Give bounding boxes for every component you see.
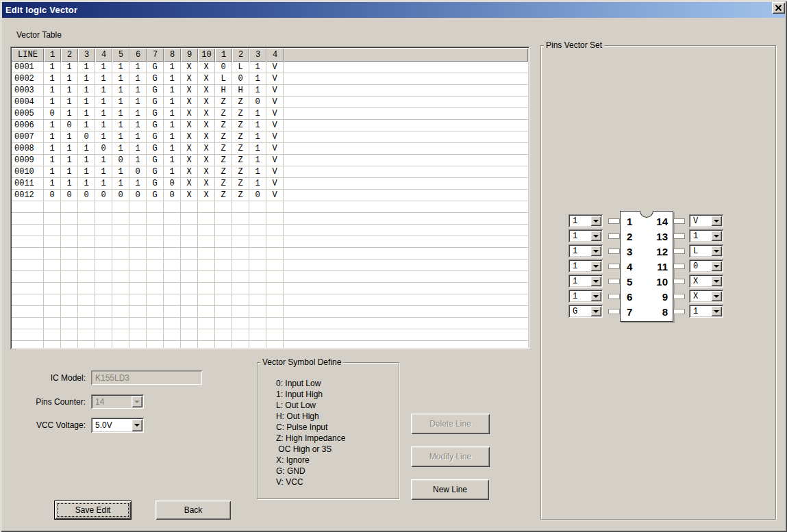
chevron-down-icon[interactable] — [132, 419, 142, 431]
pin-1-select[interactable]: 1 — [569, 214, 603, 227]
back-button[interactable]: Back — [155, 501, 231, 520]
vector-value-cell: G — [147, 190, 164, 201]
vector-value-cell — [232, 259, 249, 271]
line-number-cell: 0008 — [12, 143, 44, 155]
line-number-cell — [12, 213, 44, 225]
pin-10-select[interactable]: X — [689, 275, 723, 288]
table-row[interactable]: 0003111111G1XXHH1V — [12, 85, 528, 97]
table-row[interactable]: 0005011111G1XXZZ1V — [12, 108, 528, 120]
chevron-down-icon[interactable] — [711, 261, 722, 271]
vector-value-cell — [112, 271, 129, 283]
pins-counter-label: Pins Counter: — [21, 397, 86, 407]
chevron-down-icon[interactable] — [711, 216, 722, 226]
vcc-voltage-label: VCC Voltage: — [21, 420, 86, 430]
chevron-down-icon[interactable] — [711, 291, 722, 301]
pin-4-select[interactable]: 1 — [569, 259, 603, 273]
pin-number: 12 — [647, 245, 668, 259]
vector-value-cell: 0 — [129, 190, 147, 201]
vector-table-label: Vector Table — [16, 30, 62, 40]
pin-14-select[interactable]: V — [689, 214, 723, 227]
pin-12-select[interactable]: L — [689, 244, 723, 257]
vector-value-cell — [61, 306, 78, 318]
chevron-down-icon[interactable] — [590, 306, 601, 316]
modify-line-button: Modify Line — [411, 446, 490, 467]
vector-value-cell — [78, 236, 95, 248]
vector-value-cell — [78, 248, 95, 259]
vector-value-cell: X — [181, 62, 198, 73]
table-row[interactable]: 0010111110G1XXZZ1V — [12, 166, 528, 178]
table-row[interactable]: 0002111111G1XXL01V — [12, 73, 528, 85]
table-row[interactable]: 0001111111G1XX0L1V — [12, 62, 528, 73]
pin-3-select[interactable]: 1 — [569, 244, 603, 257]
filler-cell — [284, 190, 528, 201]
pin-number: 13 — [647, 230, 668, 244]
save-edit-button[interactable]: Save Edit — [54, 501, 132, 520]
pin-9-select[interactable]: X — [689, 290, 723, 303]
empty-table-row — [12, 201, 528, 213]
vector-value-cell — [232, 225, 249, 236]
table-row[interactable]: 0012000000G0XXZZ0V — [12, 190, 528, 201]
vector-value-cell — [95, 329, 112, 341]
vcc-voltage-select[interactable]: 5.0V — [91, 418, 144, 433]
symbol-define-line: L: Out Low — [276, 400, 399, 411]
chevron-down-icon[interactable] — [590, 216, 601, 226]
pin-2-select[interactable]: 1 — [569, 229, 603, 242]
column-header-5: 5 — [112, 48, 129, 62]
vector-value-cell — [266, 283, 284, 294]
vector-value-cell — [112, 248, 129, 259]
close-button[interactable] — [772, 2, 785, 14]
pin-vector-value: V — [693, 216, 698, 226]
table-row[interactable]: 0007110111G1XXZZ1V — [12, 131, 528, 143]
vector-value-cell: V — [266, 108, 284, 120]
line-number-cell — [12, 283, 44, 294]
vector-value-cell: L — [215, 73, 232, 85]
pin-7-select[interactable]: G — [569, 305, 603, 318]
vector-value-cell: Z — [232, 143, 249, 155]
vector-value-cell — [232, 294, 249, 306]
pin-6-select[interactable]: 1 — [569, 290, 603, 303]
symbol-define-line: 0: Input Low — [276, 378, 399, 389]
chevron-down-icon[interactable] — [590, 261, 601, 271]
pin-11-select[interactable]: 0 — [689, 259, 723, 273]
chevron-down-icon[interactable] — [711, 231, 722, 241]
vector-value-cell — [249, 283, 266, 294]
vector-value-cell: Z — [215, 131, 232, 143]
vector-value-cell — [129, 225, 147, 236]
vector-value-cell: 1 — [129, 143, 147, 155]
table-row[interactable]: 0009111101G1XXZZ1V — [12, 155, 528, 166]
vector-value-cell — [181, 213, 198, 225]
vector-table[interactable]: LINE123456789101234 0001111111G1XX0L1V00… — [10, 47, 529, 349]
chevron-down-icon[interactable] — [590, 291, 601, 301]
pin-5-select[interactable]: 1 — [569, 275, 603, 288]
chevron-down-icon[interactable] — [711, 306, 722, 316]
vector-value-cell: X — [181, 85, 198, 97]
vector-value-cell — [129, 201, 147, 213]
titlebar[interactable]: Edit logic Vector — [2, 2, 785, 18]
vector-value-cell: 0 — [129, 166, 147, 178]
table-row[interactable]: 0004111111G1XXZZ0V — [12, 97, 528, 108]
table-row[interactable]: 0008111011G1XXZZ1V — [12, 143, 528, 155]
chevron-down-icon[interactable] — [590, 246, 601, 256]
down-triangle-icon — [593, 310, 599, 313]
chevron-down-icon[interactable] — [711, 246, 722, 256]
vector-value-cell: Z — [232, 97, 249, 108]
chevron-down-icon[interactable] — [590, 276, 601, 286]
new-line-button[interactable]: New Line — [411, 479, 489, 500]
vector-symbol-define-group: Vector Symbol Define 0: Input Low1: Inpu… — [257, 357, 399, 499]
pin-8-select[interactable]: 1 — [689, 305, 723, 318]
vector-value-cell: 1 — [95, 155, 112, 166]
vector-value-cell: Z — [215, 120, 232, 131]
empty-table-row — [12, 236, 528, 248]
table-row[interactable]: 0011111111G0XXZZ1V — [12, 178, 528, 190]
vector-value-cell: 1 — [61, 85, 78, 97]
pin-13-select[interactable]: 1 — [689, 229, 723, 242]
vector-value-cell: 1 — [78, 62, 95, 73]
table-row[interactable]: 0006101111G1XXZZ1V — [12, 120, 528, 131]
chevron-down-icon[interactable] — [711, 276, 722, 286]
vector-value-cell — [198, 329, 215, 341]
chevron-down-icon[interactable] — [590, 231, 601, 241]
down-triangle-icon — [714, 220, 719, 223]
pin-vector-value: L — [693, 246, 698, 256]
filler-cell — [284, 62, 528, 73]
vector-value-cell: X — [198, 131, 215, 143]
